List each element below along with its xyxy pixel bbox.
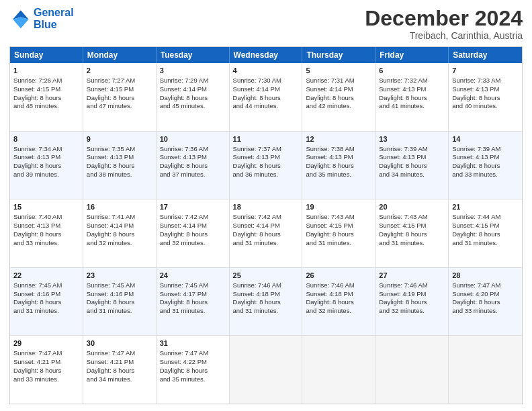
day-info: Daylight: 8 hours (233, 230, 299, 239)
header: General Blue December 2024 Treibach, Car… (9, 7, 523, 41)
day-number: 30 (87, 338, 152, 349)
table-row: 2Sunrise: 7:27 AMSunset: 4:15 PMDaylight… (83, 63, 157, 131)
day-info: and 32 minutes. (87, 239, 152, 248)
logo: General Blue (9, 7, 74, 30)
logo-blue: Blue (34, 19, 74, 31)
day-info: Sunrise: 7:45 AM (13, 281, 79, 290)
day-info: and 39 minutes. (13, 171, 79, 179)
calendar-row: 1Sunrise: 7:26 AMSunset: 4:15 PMDaylight… (10, 63, 522, 131)
day-info: Sunrise: 7:39 AM (452, 145, 519, 154)
day-info: Daylight: 8 hours (306, 230, 371, 239)
day-number: 25 (233, 271, 299, 281)
day-info: Daylight: 8 hours (160, 367, 226, 375)
day-number: 19 (306, 202, 371, 212)
day-number: 18 (233, 202, 299, 212)
day-info: and 44 minutes. (233, 102, 299, 111)
day-info: Sunrise: 7:43 AM (306, 213, 371, 222)
day-info: and 32 minutes. (379, 307, 445, 316)
day-info: and 47 minutes. (87, 102, 152, 111)
day-number: 23 (87, 271, 152, 281)
table-row: 30Sunrise: 7:47 AMSunset: 4:21 PMDayligh… (83, 336, 157, 404)
day-info: Sunset: 4:15 PM (87, 85, 152, 94)
day-info: and 32 minutes. (306, 307, 371, 316)
table-row: 29Sunrise: 7:47 AMSunset: 4:21 PMDayligh… (10, 336, 83, 404)
day-info: Daylight: 8 hours (379, 94, 445, 103)
day-info: Sunrise: 7:47 AM (13, 349, 79, 358)
day-info: Sunset: 4:13 PM (379, 85, 445, 94)
day-info: and 31 minutes. (233, 307, 299, 316)
header-thursday: Thursday (302, 47, 375, 63)
day-number: 22 (13, 271, 79, 281)
table-row: 21Sunrise: 7:44 AMSunset: 4:15 PMDayligh… (449, 199, 522, 267)
day-info: Sunset: 4:13 PM (233, 153, 299, 162)
day-info: Sunset: 4:21 PM (87, 358, 152, 367)
day-info: Daylight: 8 hours (160, 230, 226, 239)
day-info: Sunrise: 7:27 AM (87, 77, 152, 85)
day-info: Daylight: 8 hours (233, 94, 299, 103)
day-number: 28 (452, 271, 519, 281)
day-info: and 42 minutes. (306, 102, 371, 111)
day-info: and 41 minutes. (379, 102, 445, 111)
day-info: Sunset: 4:13 PM (452, 153, 519, 162)
day-info: Sunrise: 7:42 AM (233, 213, 299, 222)
day-info: Daylight: 8 hours (452, 162, 519, 171)
day-number: 13 (379, 134, 445, 144)
day-info: Daylight: 8 hours (452, 298, 519, 307)
calendar-row: 8Sunrise: 7:34 AMSunset: 4:13 PMDaylight… (10, 131, 522, 199)
header-sunday: Sunday (10, 47, 83, 63)
day-number: 21 (452, 202, 519, 212)
day-info: Sunset: 4:13 PM (13, 153, 79, 162)
day-info: Sunset: 4:16 PM (13, 290, 79, 299)
day-info: and 31 minutes. (452, 239, 519, 248)
calendar-header: Sunday Monday Tuesday Wednesday Thursday… (10, 47, 522, 63)
day-info: and 32 minutes. (160, 239, 226, 248)
day-info: Sunrise: 7:43 AM (379, 213, 445, 222)
table-row: 16Sunrise: 7:41 AMSunset: 4:14 PMDayligh… (83, 199, 157, 267)
day-info: Daylight: 8 hours (379, 230, 445, 239)
day-info: Sunset: 4:21 PM (13, 358, 79, 367)
subtitle: Treibach, Carinthia, Austria (365, 30, 523, 41)
day-info: Daylight: 8 hours (379, 162, 445, 171)
table-row: 26Sunrise: 7:46 AMSunset: 4:18 PMDayligh… (302, 268, 375, 336)
table-row: 25Sunrise: 7:46 AMSunset: 4:18 PMDayligh… (230, 268, 303, 336)
day-info: and 31 minutes. (13, 307, 79, 316)
day-number: 12 (306, 134, 371, 144)
day-info: and 48 minutes. (13, 102, 79, 111)
day-info: Sunrise: 7:32 AM (379, 77, 445, 85)
day-info: Daylight: 8 hours (233, 162, 299, 171)
day-number: 29 (13, 338, 79, 349)
day-info: Daylight: 8 hours (233, 298, 299, 307)
day-number: 11 (233, 134, 299, 144)
day-info: Sunrise: 7:46 AM (306, 281, 371, 290)
day-info: Sunset: 4:15 PM (379, 222, 445, 230)
day-number: 20 (379, 202, 445, 212)
day-info: Sunset: 4:15 PM (306, 222, 371, 230)
day-info: and 33 minutes. (13, 239, 79, 248)
table-row: 9Sunrise: 7:35 AMSunset: 4:13 PMDaylight… (83, 132, 157, 199)
table-row: 19Sunrise: 7:43 AMSunset: 4:15 PMDayligh… (302, 199, 375, 267)
day-info: and 40 minutes. (452, 102, 519, 111)
day-info: Sunrise: 7:36 AM (160, 145, 226, 154)
day-info: Sunrise: 7:42 AM (160, 213, 226, 222)
day-info: Sunrise: 7:35 AM (87, 145, 152, 154)
page: General Blue December 2024 Treibach, Car… (0, 0, 532, 411)
day-number: 31 (160, 338, 226, 349)
day-info: Sunset: 4:13 PM (87, 153, 152, 162)
day-info: Sunrise: 7:26 AM (13, 77, 79, 85)
svg-marker-1 (13, 17, 29, 28)
day-info: Daylight: 8 hours (13, 367, 79, 375)
table-row (230, 336, 303, 404)
table-row: 12Sunrise: 7:38 AMSunset: 4:13 PMDayligh… (302, 132, 375, 199)
calendar-row: 22Sunrise: 7:45 AMSunset: 4:16 PMDayligh… (10, 267, 522, 336)
table-row: 31Sunrise: 7:47 AMSunset: 4:22 PMDayligh… (157, 336, 230, 404)
day-info: Daylight: 8 hours (306, 94, 371, 103)
calendar: Sunday Monday Tuesday Wednesday Thursday… (9, 46, 523, 404)
day-number: 1 (13, 66, 79, 76)
table-row: 1Sunrise: 7:26 AMSunset: 4:15 PMDaylight… (10, 63, 83, 131)
day-info: Sunset: 4:13 PM (379, 153, 445, 162)
day-info: Sunset: 4:19 PM (379, 290, 445, 299)
table-row: 20Sunrise: 7:43 AMSunset: 4:15 PMDayligh… (375, 199, 449, 267)
day-info: Sunset: 4:18 PM (233, 290, 299, 299)
day-info: Daylight: 8 hours (452, 230, 519, 239)
table-row: 27Sunrise: 7:46 AMSunset: 4:19 PMDayligh… (375, 268, 449, 336)
